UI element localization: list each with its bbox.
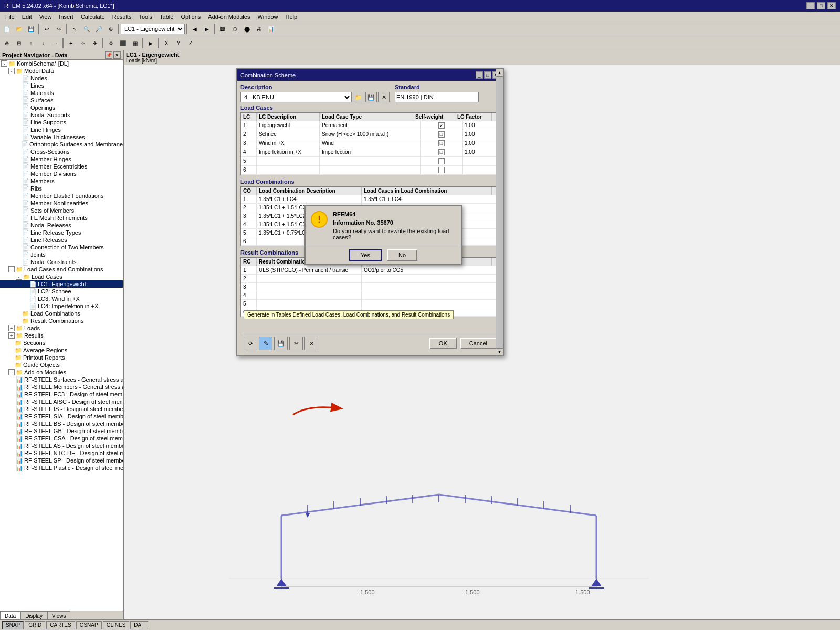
toolbar-surface[interactable]: ⬤: [241, 23, 253, 35]
dialog-icon-btn-save[interactable]: 💾: [274, 337, 288, 350]
panel-close-button[interactable]: ✕: [113, 51, 121, 59]
tree-members[interactable]: 📄 Members: [0, 177, 123, 185]
rc-scrollbar[interactable]: ▲ ▼: [496, 69, 503, 355]
ok-button[interactable]: OK: [429, 338, 457, 349]
tree-guide-objects[interactable]: 📁 Guide Objects: [0, 361, 123, 369]
toolbar-undo[interactable]: ↩: [41, 23, 52, 35]
toolbar2-axis-y[interactable]: Y: [173, 37, 184, 49]
toolbar2-btn8[interactable]: ✈: [89, 37, 101, 49]
menu-addon[interactable]: Add-on Modules: [205, 13, 253, 21]
tree-lc3[interactable]: 📄 LC3: Wind in +X: [0, 295, 123, 302]
tree-ortho-surfaces[interactable]: 📄 Orthotropic Surfaces and Membrane: [0, 141, 123, 148]
lc-row-1[interactable]: 1 Eigengewicht Permanent ✓ 1.00: [241, 121, 499, 130]
yes-button[interactable]: Yes: [349, 249, 382, 261]
rc-scroll-down[interactable]: ▼: [496, 348, 503, 355]
lc-row-3[interactable]: 3 Wind in +X Wind □ 1.00: [241, 139, 499, 148]
lc-row-5[interactable]: 5: [241, 157, 499, 166]
tree-results[interactable]: + 📁 Results: [0, 332, 123, 339]
tree-lines[interactable]: 📄 Lines: [0, 82, 123, 89]
toolbar-print[interactable]: 🖨: [253, 23, 265, 35]
menu-file[interactable]: File: [2, 13, 18, 21]
root-expand[interactable]: -: [1, 60, 7, 67]
menu-results[interactable]: Results: [109, 13, 135, 21]
model-expand[interactable]: -: [8, 68, 15, 74]
rc-row-5[interactable]: 5: [241, 300, 499, 308]
menu-calculate[interactable]: Calculate: [78, 13, 108, 21]
tree-printout[interactable]: 📁 Printout Reports: [0, 354, 123, 361]
tree-addon-8[interactable]: 📊 RF-STEEL GB - Design of steel membe: [0, 427, 123, 435]
grid-button[interactable]: GRID: [25, 621, 45, 629]
tree-addon[interactable]: - 📁 Add-on Modules: [0, 369, 123, 376]
toolbar2-btn1[interactable]: ⊕: [1, 37, 13, 49]
tree-sections[interactable]: 📁 Sections: [0, 339, 123, 346]
tree-addon-4[interactable]: 📊 RF-STEEL AISC - Design of steel mem: [0, 398, 123, 405]
tree-fe-mesh[interactable]: 📄 FE Mesh Refinements: [0, 214, 123, 222]
tree-materials[interactable]: 📄 Materials: [0, 89, 123, 97]
lc-row-4[interactable]: 4 Imperfektion in +X Imperfection □ 1.00: [241, 148, 499, 157]
toolbar2-axis[interactable]: X: [161, 37, 172, 49]
tree-addon-6[interactable]: 📊 RF-STEEL SIA - Design of steel memb: [0, 413, 123, 420]
menu-view[interactable]: View: [36, 13, 55, 21]
lc-selector[interactable]: LC1 - Eigengewicht: [121, 24, 185, 34]
menu-window[interactable]: Window: [254, 13, 281, 21]
panel-pin-button[interactable]: 📌: [105, 51, 112, 59]
lc6-checkbox[interactable]: [438, 167, 445, 173]
tree-loads[interactable]: + 📁 Loads: [0, 324, 123, 332]
toolbar-back[interactable]: ◀: [189, 23, 201, 35]
tree-lc1[interactable]: 📄 LC1: Eigengewicht: [0, 280, 123, 288]
standard-input[interactable]: [395, 92, 479, 102]
toolbar2-btn3[interactable]: ↑: [25, 37, 37, 49]
rc-row-1[interactable]: 1 ULS (STR/GEO) - Permanent / transie CO…: [241, 266, 499, 275]
minimize-button[interactable]: _: [806, 2, 815, 9]
lc5-checkbox[interactable]: [438, 158, 445, 164]
tree-member-divisions[interactable]: 📄 Member Divisions: [0, 170, 123, 177]
tree-lc2[interactable]: 📄 LC2: Schnee: [0, 288, 123, 295]
tree-addon-13[interactable]: 📊 RF-STEEL Plastic - Design of steel me: [0, 464, 123, 471]
co-row-1[interactable]: 1 1.35*LC1 + LC4 1.35*LC1 + LC4: [241, 195, 499, 204]
results-expand[interactable]: +: [8, 332, 15, 339]
toolbar-wireframe[interactable]: ⬡: [229, 23, 240, 35]
description-combo[interactable]: 4 - KB ENU: [240, 92, 352, 102]
tree-nodal-supports[interactable]: 📄 Nodal Supports: [0, 111, 123, 119]
toolbar-open[interactable]: 📂: [13, 23, 25, 35]
tree-nodes[interactable]: 📄 Nodes: [0, 75, 123, 82]
tree-line-release-types[interactable]: 📄 Line Release Types: [0, 229, 123, 236]
cancel-button[interactable]: Cancel: [460, 338, 497, 349]
rc-scroll-up[interactable]: ▲: [496, 69, 503, 77]
menu-edit[interactable]: Edit: [19, 13, 35, 21]
tree-root[interactable]: - 📁 KombiSchema* [DL]: [0, 60, 123, 67]
tree-openings[interactable]: 📄 Openings: [0, 104, 123, 111]
lc-row-6[interactable]: 6: [241, 166, 499, 175]
tree-nodal-releases[interactable]: 📄 Nodal Releases: [0, 222, 123, 229]
rc-row-2[interactable]: 2: [241, 275, 499, 283]
tree-addon-12[interactable]: 📊 RF-STEEL SP - Design of steel membe: [0, 457, 123, 464]
menu-table[interactable]: Table: [156, 13, 176, 21]
menu-tools[interactable]: Tools: [135, 13, 155, 21]
tree-lc4[interactable]: 📄 LC4: Imperfektion in +X: [0, 302, 123, 310]
rc-row-3[interactable]: 3: [241, 283, 499, 291]
dialog-maximize[interactable]: □: [484, 71, 491, 79]
tree-member-hinges[interactable]: 📄 Member Hinges: [0, 155, 123, 163]
toolbar2-btn4[interactable]: ↓: [37, 37, 49, 49]
tree-addon-9[interactable]: 📊 RF-STEEL CSA - Design of steel mem: [0, 435, 123, 442]
lc2-checkbox[interactable]: □: [438, 131, 445, 138]
toolbar-new[interactable]: 📄: [1, 23, 13, 35]
addon-expand[interactable]: -: [8, 369, 15, 375]
desc-btn3[interactable]: ✕: [378, 92, 390, 102]
tree-result-combinations[interactable]: 📁 Result Combinations: [0, 317, 123, 324]
lc3-checkbox[interactable]: □: [438, 140, 445, 146]
tree-lcc[interactable]: - 📁 Load Cases and Combinations: [0, 266, 123, 273]
glines-button[interactable]: GLINES: [103, 621, 130, 629]
toolbar-save[interactable]: 💾: [25, 23, 37, 35]
lcc-expand[interactable]: -: [8, 266, 15, 272]
toolbar-zoom-in[interactable]: 🔍: [81, 23, 92, 35]
osnap-button[interactable]: OSNAP: [76, 621, 102, 629]
cartes-button[interactable]: CARTES: [46, 621, 75, 629]
tree-addon-3[interactable]: 📊 RF-STEEL EC3 - Design of steel memb: [0, 391, 123, 398]
toolbar-redo[interactable]: ↪: [53, 23, 65, 35]
dialog-icon-btn-cut[interactable]: ✂: [289, 337, 303, 350]
tree-line-releases[interactable]: 📄 Line Releases: [0, 236, 123, 244]
dialog-minimize[interactable]: _: [476, 71, 483, 79]
tree-addon-5[interactable]: 📊 RF-STEEL IS - Design of steel member: [0, 405, 123, 413]
toolbar2-btn7[interactable]: ✧: [77, 37, 89, 49]
